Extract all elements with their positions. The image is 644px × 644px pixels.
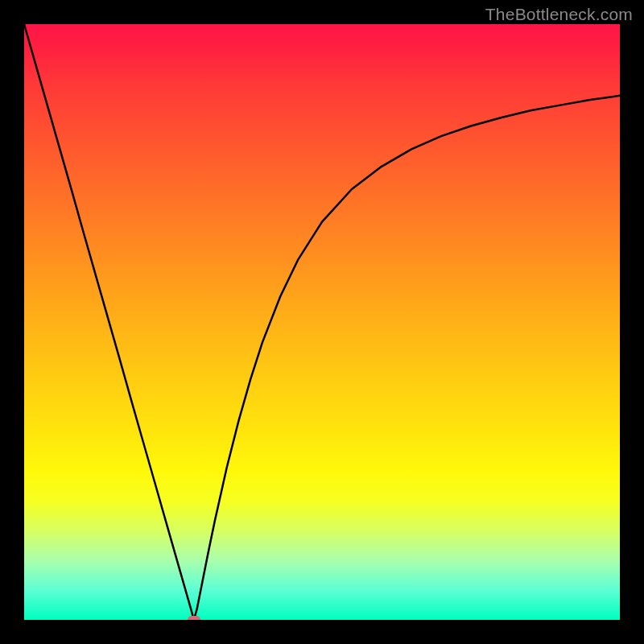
plot-area <box>24 24 620 620</box>
optimum-marker <box>188 616 200 620</box>
watermark-text: TheBottleneck.com <box>485 5 633 24</box>
chart-frame: TheBottleneck.com <box>0 0 644 644</box>
bottleneck-curve <box>24 24 620 620</box>
